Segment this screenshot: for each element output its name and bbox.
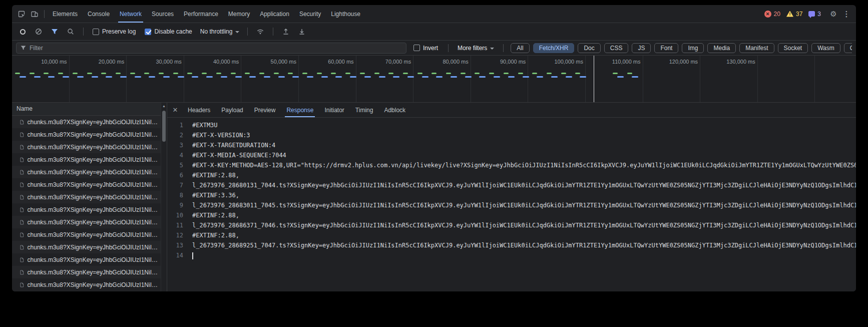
chip-label: Other: [850, 45, 852, 52]
toolbar-separator: [44, 10, 45, 18]
detail-tab[interactable]: Preview: [249, 103, 281, 117]
panel-tab[interactable]: Memory: [223, 5, 255, 23]
network-activity-dash: [403, 73, 408, 74]
panel-tab[interactable]: Security: [294, 5, 326, 23]
request-row[interactable]: chunks.m3u8?XSignKey=eyJhbGciOiJIUzI1NiI…: [12, 278, 161, 291]
request-row[interactable]: chunks.m3u8?XSignKey=eyJhbGciOiJIUzI1NiI…: [12, 216, 161, 228]
checkbox-unchecked[interactable]: [93, 29, 99, 35]
request-type-chip[interactable]: Img: [682, 43, 704, 53]
clear-network-log-icon[interactable]: [32, 25, 45, 38]
export-har-icon[interactable]: [279, 25, 292, 38]
settings-gear-icon[interactable]: ⚙: [827, 8, 840, 21]
line-text: #EXTINF:3.36,: [192, 190, 239, 200]
request-name: chunks.m3u8?XSignKey=eyJhbGciOiJIUzI1NiI…: [28, 206, 159, 213]
network-panels: Name chunks.m3u8?XSignKey=eyJhbGciOiJIUz…: [12, 103, 856, 291]
timeline-activity: [12, 56, 856, 102]
request-type-chip[interactable]: Doc: [578, 43, 600, 53]
request-row[interactable]: chunks.m3u8?XSignKey=eyJhbGciOiJIUzI1NiI…: [12, 203, 161, 216]
detail-tab-label: Adblock: [384, 107, 405, 114]
panel-tab[interactable]: Elements: [48, 5, 83, 23]
request-type-chip[interactable]: CSS: [604, 43, 629, 53]
device-toolbar-icon[interactable]: [28, 8, 41, 21]
request-row[interactable]: chunks.m3u8?XSignKey=eyJhbGciOiJIUzI1NiI…: [12, 141, 161, 153]
detail-tab[interactable]: Headers: [182, 103, 216, 117]
warning-badge[interactable]: 37: [786, 11, 802, 18]
request-type-chip[interactable]: Font: [654, 43, 678, 53]
request-row[interactable]: chunks.m3u8?XSignKey=eyJhbGciOiJIUzI1NiI…: [12, 116, 161, 128]
network-filter-box[interactable]: [16, 43, 406, 54]
request-row[interactable]: chunks.m3u8?XSignKey=eyJhbGciOiJIUzI1NiI…: [12, 253, 161, 266]
requests-panel: Name chunks.m3u8?XSignKey=eyJhbGciOiJIUz…: [12, 103, 167, 291]
detail-tab[interactable]: Initiator: [319, 103, 349, 117]
scrollbar-thumb[interactable]: [162, 111, 166, 142]
request-type-chip[interactable]: Media: [707, 43, 736, 53]
response-content[interactable]: 1 #EXTM3U 2 #EXT-X-VERSION:3 3 #EXT-X-TA…: [167, 118, 856, 291]
timeline-marker: [594, 56, 594, 102]
request-row[interactable]: chunks.m3u8?XSignKey=eyJhbGciOiJIUzI1NiI…: [12, 128, 161, 141]
request-type-chip[interactable]: Fetch/XHR: [533, 43, 575, 53]
request-type-chip[interactable]: Wasm: [811, 43, 840, 53]
throttling-dropdown[interactable]: No throttling: [200, 28, 240, 35]
more-filters-dropdown[interactable]: More filters: [458, 45, 494, 52]
network-activity-dash: [335, 76, 342, 78]
error-badge[interactable]: ✕ 20: [764, 11, 780, 18]
code-line: 3 #EXT-X-TARGETDURATION:4: [167, 140, 856, 150]
panel-tab[interactable]: Network: [115, 5, 147, 23]
import-har-icon[interactable]: [295, 25, 308, 38]
preserve-log-checkbox[interactable]: Preserve log: [93, 28, 136, 35]
line-text: #EXTM3U: [192, 120, 218, 130]
issues-badge[interactable]: 3: [808, 11, 821, 18]
filter-row: Invert More filters All Fetch/XHR Doc: [12, 41, 856, 56]
kebab-menu-icon[interactable]: ⋮: [840, 8, 853, 21]
network-activity-dash: [44, 73, 49, 74]
line-number: 2: [167, 130, 192, 140]
invert-filter-checkbox[interactable]: Invert: [413, 45, 438, 52]
filter-input[interactable]: [30, 45, 402, 52]
scroll-up-arrow[interactable]: ▲: [161, 103, 167, 109]
search-icon[interactable]: [64, 25, 77, 38]
request-type-chip[interactable]: Other: [844, 43, 852, 53]
request-row[interactable]: chunks.m3u8?XSignKey=eyJhbGciOiJIUzI1NiI…: [12, 241, 161, 253]
panel-tab[interactable]: Lighthouse: [326, 5, 365, 23]
request-row[interactable]: chunks.m3u8?XSignKey=eyJhbGciOiJIUzI1NiI…: [12, 266, 161, 278]
filter-funnel-icon[interactable]: [48, 25, 61, 38]
network-activity-dash: [494, 76, 500, 78]
checkbox-checked[interactable]: [145, 29, 151, 35]
document-icon: [20, 131, 24, 138]
panel-tab[interactable]: Application: [255, 5, 294, 23]
request-row[interactable]: chunks.m3u8?XSignKey=eyJhbGciOiJIUzI1NiI…: [12, 228, 161, 241]
code-line: 5 #EXT-X-KEY:METHOD=AES-128,URI="https:/…: [167, 160, 856, 170]
detail-tab[interactable]: Payload: [216, 103, 248, 117]
requests-scrollbar[interactable]: ▲: [161, 103, 167, 291]
request-type-chip[interactable]: Socket: [778, 43, 808, 53]
close-icon[interactable]: ✕: [168, 103, 182, 117]
line-text: #EXTINF:2.88,: [192, 230, 239, 240]
request-row[interactable]: chunks.m3u8?XSignKey=eyJhbGciOiJIUzI1NiI…: [12, 153, 161, 166]
issues-count: 3: [817, 11, 821, 18]
request-row[interactable]: chunks.m3u8?XSignKey=eyJhbGciOiJIUzI1NiI…: [12, 166, 161, 178]
chip-label: Socket: [784, 45, 802, 52]
panel-tab-label: Network: [120, 11, 142, 18]
network-activity-dash: [259, 73, 264, 74]
request-type-chip[interactable]: All: [511, 43, 529, 53]
issues-icon: [808, 11, 815, 17]
timeline-overview[interactable]: 10,000 ms 20,000 ms 30,000 ms 40,000 ms …: [12, 56, 856, 103]
network-conditions-icon[interactable]: [254, 25, 267, 38]
network-activity-dash: [106, 76, 112, 78]
detail-tab[interactable]: Response: [281, 103, 319, 117]
panel-tab[interactable]: Performance: [179, 5, 223, 23]
request-type-chip[interactable]: Manifest: [739, 43, 774, 53]
record-network-log-icon[interactable]: [16, 25, 29, 38]
detail-tab[interactable]: Timing: [350, 103, 379, 117]
network-activity-dash: [130, 73, 135, 74]
disable-cache-checkbox[interactable]: Disable cache: [145, 28, 192, 35]
checkbox-unchecked[interactable]: [413, 45, 420, 51]
name-column-header[interactable]: Name: [12, 103, 167, 116]
panel-tab[interactable]: Sources: [147, 5, 179, 23]
inspect-element-icon[interactable]: [15, 8, 28, 21]
detail-tab[interactable]: Adblock: [378, 103, 411, 117]
panel-tab[interactable]: Console: [83, 5, 115, 23]
request-type-chip[interactable]: JS: [632, 43, 651, 53]
request-row[interactable]: chunks.m3u8?XSignKey=eyJhbGciOiJIUzI1NiI…: [12, 178, 161, 191]
request-row[interactable]: chunks.m3u8?XSignKey=eyJhbGciOiJIUzI1NiI…: [12, 191, 161, 203]
